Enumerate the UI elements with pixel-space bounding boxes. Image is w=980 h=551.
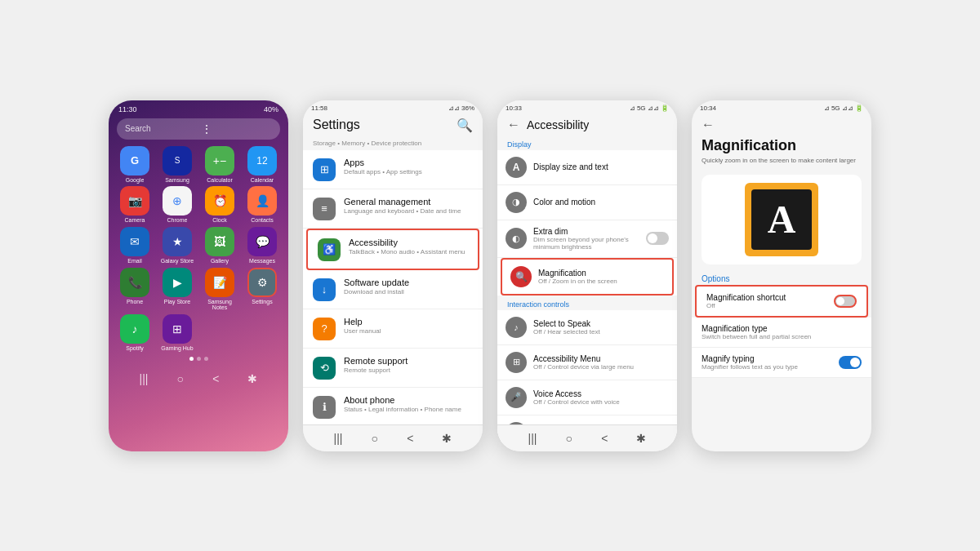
p2-item-help[interactable]: ? Help User manual	[303, 309, 483, 349]
app-calculator[interactable]: +− Calculator	[200, 146, 239, 184]
p1-dot-3	[204, 357, 208, 361]
p3-item-acc-menu[interactable]: ⊞ Accessibility Menu Off / Control devic…	[497, 345, 677, 380]
app-email-label: Email	[127, 258, 142, 264]
p1-more-icon[interactable]: ⋮	[201, 122, 272, 136]
p4-type-text: Magnification type Switch between full a…	[702, 324, 862, 340]
p1-nav-recents-icon[interactable]: ✱	[247, 372, 257, 385]
app-messages[interactable]: 💬 Messages	[243, 227, 282, 264]
p4-item-magnify-typing[interactable]: Magnify typing Magnifier follows text as…	[692, 348, 871, 378]
p2-item-general[interactable]: ≡ General management Language and keyboa…	[303, 189, 483, 229]
p4-shortcut-toggle[interactable]	[834, 295, 857, 308]
p2-accessibility-icon: ♿	[318, 238, 341, 261]
p2-item-software[interactable]: ↓ Software update Download and install	[303, 270, 483, 309]
p1-status-bar: 11:30 40%	[109, 100, 288, 115]
p3-time: 10:33	[506, 104, 522, 112]
p4-type-title: Magnification type	[702, 324, 862, 333]
p2-settings-list: ⊞ Apps Default apps • App settings ≡ Gen…	[303, 150, 483, 427]
p1-nav-menu-icon[interactable]: |||	[140, 372, 149, 385]
p3-item-color-motion[interactable]: ◑ Color and motion	[497, 185, 677, 220]
p1-search-bar[interactable]: Search ⋮	[117, 118, 280, 140]
p3-item-voice-access[interactable]: 🎤 Voice Access Off / Control device with…	[497, 380, 677, 415]
p3-extra-dim-text: Extra dim Dim screen beyond your phone's…	[533, 227, 639, 251]
p3-back-icon[interactable]: ←	[507, 118, 520, 132]
p3-header: ← Accessibility	[497, 114, 677, 137]
app-contacts[interactable]: 👤 Contacts	[243, 186, 282, 224]
p3-magnification-text: Magnification Off / Zoom in on the scree…	[538, 269, 664, 285]
app-samsung[interactable]: S Samsung	[158, 146, 197, 184]
app-chrome[interactable]: ⊕ Chrome	[158, 186, 197, 224]
p1-nav-home-icon[interactable]: ○	[177, 372, 184, 385]
p3-nav-back-icon[interactable]: <	[601, 432, 608, 445]
p4-header: ←	[692, 114, 871, 134]
p3-nav-home-icon[interactable]: ○	[566, 432, 572, 445]
app-settings-label: Settings	[252, 299, 272, 305]
app-gallery[interactable]: 🖼 Gallery	[200, 227, 239, 264]
app-clock-icon: ⏰	[205, 186, 234, 216]
p3-item-select-speak[interactable]: ♪ Select to Speak Off / Hear selected te…	[497, 310, 677, 345]
p2-apps-sub: Default apps • App settings	[344, 168, 473, 176]
p1-nav-bar: ||| ○ < ✱	[109, 366, 288, 392]
app-camera-label: Camera	[125, 217, 145, 224]
app-play-store[interactable]: ▶ Play Store	[158, 268, 197, 311]
p2-item-remote[interactable]: ⟲ Remote support Remote support	[303, 349, 483, 388]
p1-nav-back-icon[interactable]: <	[212, 372, 219, 385]
app-gaming-hub[interactable]: ⊞ Gaming Hub	[158, 314, 197, 352]
p3-extra-dim-title: Extra dim	[533, 227, 639, 236]
p2-nav-back-icon[interactable]: <	[407, 432, 413, 445]
p2-help-title: Help	[344, 317, 473, 327]
p2-nav-home-icon[interactable]: ○	[372, 432, 378, 445]
p3-item-extra-dim[interactable]: ◐ Extra dim Dim screen beyond your phone…	[497, 220, 677, 258]
p3-extra-dim-sub: Dim screen beyond your phone's minimum b…	[533, 236, 639, 251]
p4-shortcut-title: Magnification shortcut	[706, 293, 827, 302]
p3-extra-dim-toggle[interactable]	[646, 232, 669, 245]
app-phone[interactable]: 📞 Phone	[115, 268, 154, 311]
app-spotify[interactable]: ♪ Spotify	[115, 314, 154, 352]
p3-nav-recents-icon[interactable]: ✱	[636, 432, 646, 445]
p2-remote-title: Remote support	[344, 356, 473, 366]
p2-help-text: Help User manual	[344, 317, 473, 335]
p3-item-magnification[interactable]: 🔍 Magnification Off / Zoom in on the scr…	[501, 258, 674, 295]
p3-signal: ⊿ 5G ⊿⊿ 🔋	[630, 104, 669, 112]
p4-magnify-typing-toggle[interactable]	[839, 356, 862, 369]
app-settings[interactable]: ⚙ Settings	[243, 268, 282, 311]
p2-item-apps[interactable]: ⊞ Apps Default apps • App settings	[303, 150, 483, 189]
p3-acc-menu-sub: Off / Control device via large menu	[533, 363, 669, 371]
p2-apps-icon: ⊞	[313, 158, 336, 181]
p2-nav-menu-icon[interactable]: |||	[334, 432, 343, 445]
app-email[interactable]: ✉ Email	[115, 227, 154, 264]
app-calendar-icon: 12	[247, 146, 277, 176]
app-camera[interactable]: 📷 Camera	[115, 186, 154, 224]
p2-item-accessibility[interactable]: ♿ Accessibility TalkBack • Mono audio • …	[306, 229, 479, 270]
p3-nav-menu-icon[interactable]: |||	[528, 432, 537, 445]
p4-a-demo-inner: A	[751, 189, 812, 250]
p2-general-icon: ≡	[313, 198, 336, 220]
p4-back-icon[interactable]: ←	[702, 118, 715, 131]
app-calendar[interactable]: 12 Calendar	[243, 146, 282, 184]
p1-battery: 40%	[264, 105, 278, 113]
p3-status-bar: 10:33 ⊿ 5G ⊿⊿ 🔋	[497, 100, 677, 114]
p4-item-shortcut[interactable]: Magnification shortcut Off	[695, 285, 868, 318]
app-clock-label: Clock	[212, 217, 227, 224]
app-galaxy-store[interactable]: ★ Galaxy Store	[158, 227, 197, 264]
p3-nav-bar: ||| ○ < ✱	[497, 424, 677, 451]
p4-item-type[interactable]: Magnification type Switch between full a…	[692, 318, 871, 348]
p1-dot-2	[197, 357, 201, 361]
app-messages-icon: 💬	[247, 227, 277, 256]
p2-search-icon[interactable]: 🔍	[457, 118, 473, 133]
app-samsung-notes[interactable]: 📝 Samsung Notes	[200, 268, 239, 311]
p4-magnification-subtitle: Quickly zoom in on the screen to make co…	[692, 156, 871, 171]
p2-battery: ⊿⊿ 36%	[448, 104, 474, 112]
p2-nav-recents-icon[interactable]: ✱	[442, 432, 452, 445]
p1-search-label: Search	[125, 124, 196, 133]
app-samsung-notes-icon: 📝	[205, 268, 234, 297]
app-clock[interactable]: ⏰ Clock	[200, 186, 239, 224]
p2-software-sub: Download and install	[344, 288, 473, 296]
phone-3-accessibility: 10:33 ⊿ 5G ⊿⊿ 🔋 ← Accessibility Display …	[497, 100, 677, 451]
app-phone-icon: 📞	[120, 268, 149, 297]
p2-item-about[interactable]: ℹ About phone Status • Legal information…	[303, 388, 483, 427]
app-google[interactable]: G Google	[115, 146, 154, 184]
p4-type-sub: Switch between full and partial screen	[702, 333, 862, 340]
app-gaming-hub-icon: ⊞	[163, 314, 192, 344]
p3-magnification-title: Magnification	[538, 269, 664, 278]
p3-item-display-size[interactable]: A Display size and text	[497, 150, 677, 185]
